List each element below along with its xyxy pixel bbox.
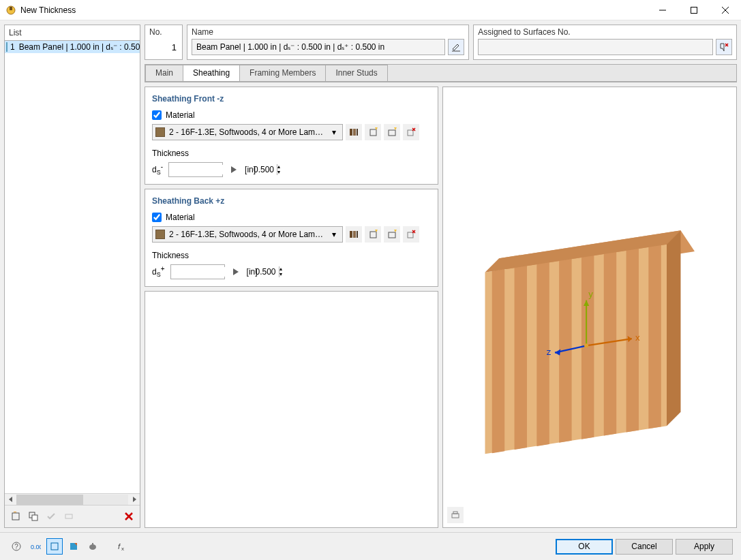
scroll-thumb[interactable] (16, 495, 83, 505)
sheathing-back-thickness-label: Thickness (152, 251, 431, 260)
render-button[interactable] (85, 538, 101, 555)
ok-button[interactable]: OK (556, 539, 613, 555)
sheathing-front-thickness-spinner[interactable]: ▴ ▾ (168, 162, 223, 177)
name-label: Name (187, 25, 468, 39)
thickness-step-button[interactable] (228, 162, 239, 177)
name-input[interactable] (192, 39, 445, 55)
list-actions (5, 505, 140, 527)
svg-marker-49 (648, 245, 661, 429)
svg-text:f: f (118, 542, 121, 550)
no-value[interactable]: 1 (145, 39, 182, 59)
material-edit-button[interactable] (384, 124, 400, 140)
sheathing-back-material-checkbox[interactable] (152, 213, 162, 222)
sheathing-front-material-checkbox[interactable] (152, 110, 162, 120)
sheathing-back-section: Sheathing Back +z Material 2 - 16F-1.3E,… (145, 189, 438, 287)
svg-rect-31 (357, 231, 358, 238)
minimize-button[interactable] (647, 0, 678, 20)
chevron-down-icon: ▾ (329, 230, 339, 239)
assigned-label: Assigned to Surfaces No. (474, 25, 736, 39)
svg-marker-35 (394, 230, 397, 232)
assigned-input[interactable] (478, 39, 713, 55)
spinner-down-icon[interactable]: ▾ (279, 272, 282, 277)
tabs: Main Sheathing Framing Members Inner Stu… (145, 65, 736, 82)
svg-rect-30 (353, 231, 356, 238)
sheathing-back-material-value: 2 - 16F-1.3E, Softwoods, 4 or More Lams … (169, 230, 324, 239)
list-pane: List 1 Beam Panel | 1.000 in | dₛ⁻ : 0.5… (4, 25, 140, 528)
sheathing-back-thickness-spinner[interactable]: ▴ ▾ (170, 264, 225, 279)
sheathing-front-thickness-label: Thickness (152, 149, 431, 158)
tab-framing-members[interactable]: Framing Members (239, 65, 326, 81)
bottom-bar: ? 0.00 fx OK Cancel Apply (0, 532, 741, 560)
tag-button (61, 508, 77, 525)
svg-rect-34 (389, 232, 395, 238)
units-button[interactable]: 0.00 (27, 538, 44, 555)
sheathing-front-material-select[interactable]: 2 - 16F-1.3E, Softwoods, 4 or More Lams … (152, 124, 343, 140)
empty-section (145, 291, 438, 528)
spinner-down-icon[interactable]: ▾ (277, 170, 280, 175)
function-button[interactable]: fx (113, 538, 130, 555)
svg-rect-25 (408, 130, 413, 136)
list-item[interactable]: 1 Beam Panel | 1.000 in | dₛ⁻ : 0.50 (5, 41, 140, 53)
apply-button[interactable]: Apply (676, 539, 733, 555)
check-button (43, 508, 59, 525)
edit-name-button[interactable] (448, 39, 464, 55)
preview-canvas[interactable]: x y z (443, 87, 737, 527)
new-item-button[interactable] (7, 508, 24, 525)
chevron-down-icon: ▾ (329, 127, 339, 137)
preview-pane: x y z (442, 87, 738, 528)
svg-rect-32 (370, 232, 376, 238)
sheathing-back-material-select[interactable]: 2 - 16F-1.3E, Softwoods, 4 or More Lams … (152, 226, 343, 243)
close-button[interactable] (710, 0, 741, 20)
svg-rect-19 (353, 129, 356, 136)
list-item-swatch (6, 42, 7, 52)
pick-surfaces-button[interactable] (716, 39, 732, 55)
copy-item-button[interactable] (25, 508, 42, 525)
sheathing-back-unit: [in] (247, 267, 258, 277)
svg-text:0.00: 0.00 (31, 544, 41, 550)
tab-sheathing[interactable]: Sheathing (183, 65, 240, 81)
help-button[interactable]: ? (8, 538, 25, 555)
no-label: No. (145, 25, 182, 39)
delete-button[interactable] (121, 508, 137, 525)
svg-point-58 (584, 343, 588, 347)
material-edit-button[interactable] (384, 226, 400, 243)
svg-marker-6 (9, 497, 12, 502)
material-new-button[interactable] (365, 226, 381, 243)
svg-rect-12 (65, 514, 72, 518)
maximize-button[interactable] (678, 0, 710, 20)
sheathing-front-thickness-input[interactable] (169, 165, 277, 174)
svg-rect-60 (453, 512, 457, 514)
svg-rect-20 (357, 129, 358, 136)
svg-rect-59 (452, 514, 459, 518)
svg-marker-28 (231, 166, 237, 173)
scroll-left-icon[interactable] (5, 494, 16, 505)
sheathing-back-thickness-input[interactable] (171, 267, 279, 277)
tab-main[interactable]: Main (145, 65, 183, 81)
view-mode-button[interactable] (46, 538, 63, 555)
thickness-step-button[interactable] (230, 264, 241, 279)
list-body[interactable]: 1 Beam Panel | 1.000 in | dₛ⁻ : 0.50 (5, 41, 140, 493)
svg-marker-42 (492, 269, 504, 454)
svg-text:?: ? (14, 543, 18, 550)
material-new-button[interactable] (365, 124, 381, 140)
axis-z-label: z (546, 347, 551, 357)
material-library-button[interactable] (346, 226, 362, 243)
sheathing-front-variable: dS- (152, 163, 163, 176)
material-delete-button[interactable] (403, 226, 419, 243)
horizontal-scrollbar[interactable] (5, 493, 140, 505)
material-library-button[interactable] (346, 124, 362, 140)
name-group: Name (187, 25, 469, 60)
cancel-button[interactable]: Cancel (616, 539, 673, 555)
color-button[interactable] (65, 538, 82, 555)
svg-rect-23 (389, 130, 395, 136)
svg-rect-8 (12, 513, 19, 520)
svg-rect-64 (51, 543, 58, 550)
sheathing-back-title: Sheathing Back +z (152, 196, 431, 206)
material-delete-button[interactable] (403, 124, 419, 140)
scroll-right-icon[interactable] (128, 494, 140, 505)
tab-inner-studs[interactable]: Inner Studs (325, 65, 387, 81)
list-item-number: 1 (10, 42, 15, 52)
svg-rect-21 (370, 129, 376, 136)
svg-rect-68 (92, 543, 93, 546)
print-preview-button[interactable] (447, 507, 464, 523)
